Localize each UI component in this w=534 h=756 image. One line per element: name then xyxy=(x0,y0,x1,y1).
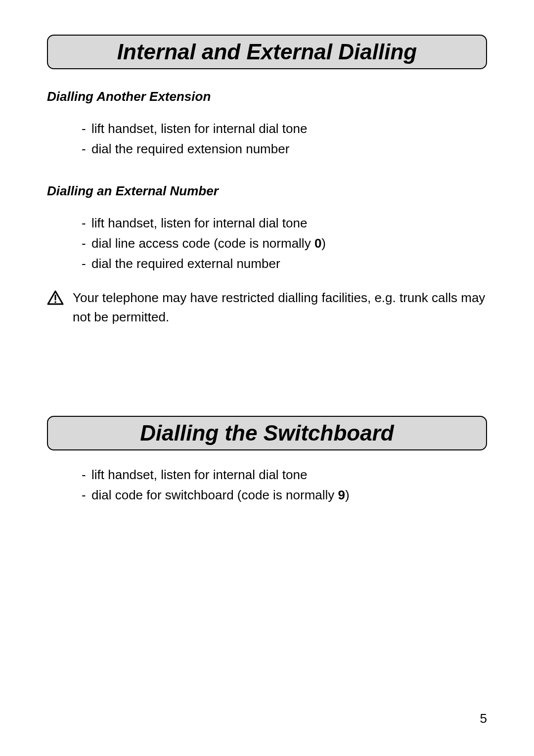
list-item: -dial line access code (code is normally… xyxy=(82,234,487,253)
subheading-extension: Dialling Another Extension xyxy=(47,89,487,104)
list-suffix: ) xyxy=(321,236,326,251)
bold-code: 0 xyxy=(314,236,321,251)
dash: - xyxy=(82,214,91,233)
dash: - xyxy=(82,486,91,505)
list-text: dial the required external number xyxy=(91,256,280,271)
dash: - xyxy=(82,139,91,159)
list-item: -lift handset, listen for internal dial … xyxy=(82,214,487,233)
list-item: -dial the required extension number xyxy=(82,139,487,159)
list-item: -dial code for switchboard (code is norm… xyxy=(82,486,487,505)
list-text: lift handset, listen for internal dial t… xyxy=(91,121,307,136)
bold-code: 9 xyxy=(338,488,345,502)
warning-row: Your telephone may have restricted diall… xyxy=(47,288,487,327)
list-text: dial code for switchboard (code is norma… xyxy=(91,488,338,502)
list-item: -lift handset, listen for internal dial … xyxy=(82,465,487,485)
dash: - xyxy=(82,234,91,253)
list-text: dial line access code (code is normally xyxy=(91,236,314,251)
page-number: 5 xyxy=(480,711,487,726)
list-external: -lift handset, listen for internal dial … xyxy=(47,214,487,273)
subheading-external: Dialling an External Number xyxy=(47,183,487,199)
section-title-1: Internal and External Dialling xyxy=(58,40,476,64)
list-suffix: ) xyxy=(345,488,350,502)
warning-icon xyxy=(47,290,64,307)
section-title-2: Dialling the Switchboard xyxy=(58,421,476,445)
list-item: -dial the required external number xyxy=(82,254,487,273)
svg-point-2 xyxy=(54,301,56,303)
section-title-box-2: Dialling the Switchboard xyxy=(47,416,487,450)
list-text: dial the required extension number xyxy=(91,141,289,156)
warning-text: Your telephone may have restricted diall… xyxy=(73,288,487,327)
dash: - xyxy=(82,119,91,138)
document-page: Internal and External Dialling Dialling … xyxy=(0,0,534,559)
list-text: lift handset, listen for internal dial t… xyxy=(91,216,307,230)
section-title-box-1: Internal and External Dialling xyxy=(47,35,487,69)
list-switchboard: -lift handset, listen for internal dial … xyxy=(47,465,487,505)
list-text: lift handset, listen for internal dial t… xyxy=(91,467,307,482)
dash: - xyxy=(82,465,91,485)
list-extension: -lift handset, listen for internal dial … xyxy=(47,119,487,159)
list-item: -lift handset, listen for internal dial … xyxy=(82,119,487,138)
dash: - xyxy=(82,254,91,273)
